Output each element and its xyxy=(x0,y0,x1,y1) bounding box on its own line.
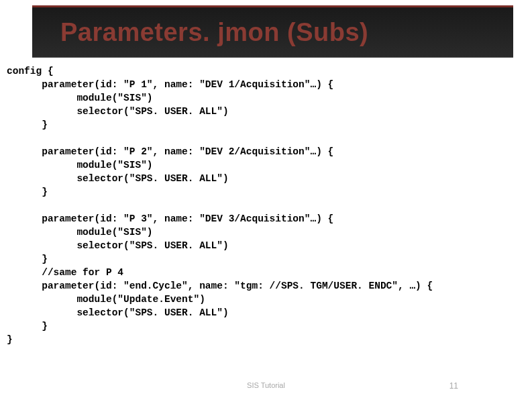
code-block: config { parameter(id: "P 1", name: "DEV… xyxy=(7,64,519,346)
slide-title: Parameters. jmon (Subs) xyxy=(60,18,368,47)
title-band: Parameters. jmon (Subs) xyxy=(32,5,513,58)
footer-label: SIS Tutorial xyxy=(247,381,285,389)
footer: SIS Tutorial 11 xyxy=(0,381,532,396)
page-number: 11 xyxy=(449,381,458,391)
slide: Parameters. jmon (Subs) config { paramet… xyxy=(0,0,532,400)
